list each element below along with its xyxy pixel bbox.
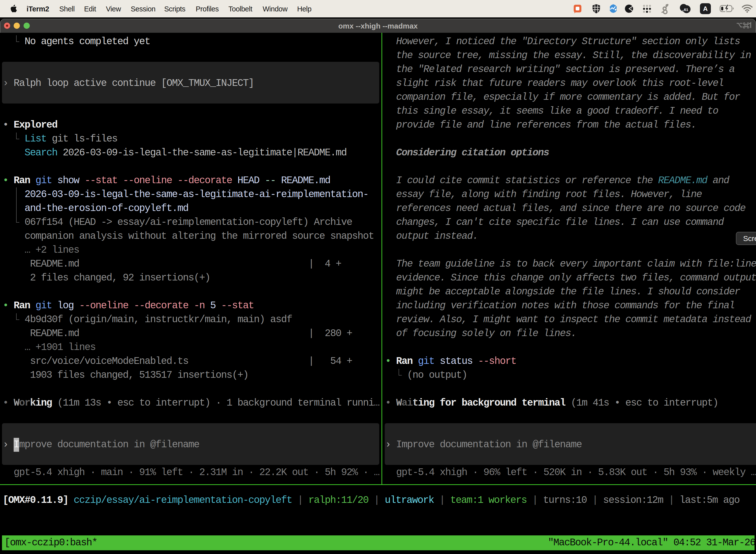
- svg-text:..61: ..61: [682, 7, 688, 12]
